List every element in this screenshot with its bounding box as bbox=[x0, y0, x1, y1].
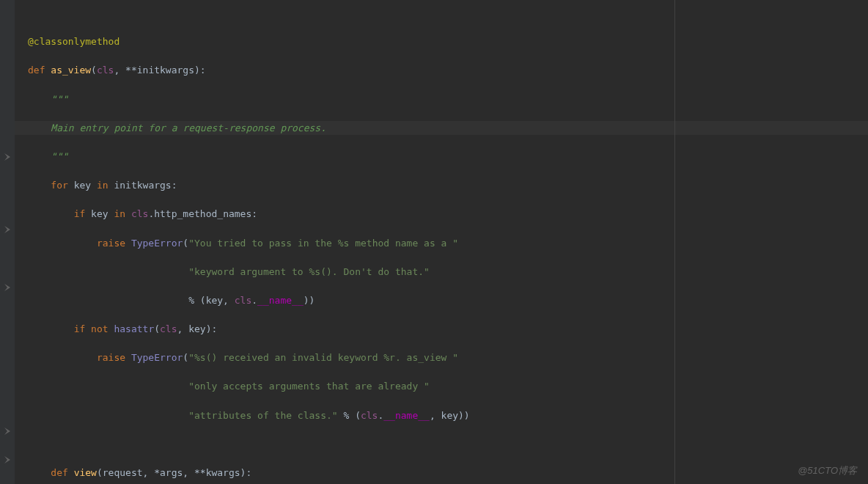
code-line: % (key, cls.__name__)) bbox=[15, 293, 868, 308]
code-area[interactable]: @classonlymethod def as_view(cls, **init… bbox=[15, 0, 868, 484]
code-line: raise TypeError("%s() received an invali… bbox=[15, 351, 868, 365]
watermark: @51CTO博客 bbox=[798, 463, 857, 478]
right-margin-guide bbox=[674, 0, 675, 484]
code-line-highlighted: Main entry point for a request-response … bbox=[15, 121, 868, 136]
code-line: for key in initkwargs: bbox=[15, 178, 868, 193]
fold-marker-icon[interactable] bbox=[4, 226, 10, 233]
code-line: """ bbox=[15, 150, 868, 164]
gutter bbox=[0, 0, 15, 484]
fold-marker-icon[interactable] bbox=[4, 456, 10, 463]
code-line: def view(request, *args, **kwargs): bbox=[15, 466, 868, 480]
code-line: """ bbox=[15, 92, 868, 107]
code-line: "attributes of the class." % (cls.__name… bbox=[15, 408, 868, 423]
code-line: raise TypeError("You tried to pass in th… bbox=[15, 236, 868, 251]
code-line: if not hasattr(cls, key): bbox=[15, 322, 868, 337]
editor-container: @classonlymethod def as_view(cls, **init… bbox=[0, 0, 868, 484]
code-line: "keyword argument to %s(). Don't do that… bbox=[15, 265, 868, 279]
code-line: def as_view(cls, **initkwargs): bbox=[15, 63, 868, 78]
code-line bbox=[15, 437, 868, 452]
code-line: @classonlymethod bbox=[15, 34, 868, 49]
code-line: "only accepts arguments that are already… bbox=[15, 379, 868, 394]
fold-marker-icon[interactable] bbox=[4, 428, 10, 435]
decorator: @classonlymethod bbox=[28, 36, 119, 47]
fold-marker-icon[interactable] bbox=[4, 284, 10, 291]
code-line: if key in cls.http_method_names: bbox=[15, 207, 868, 221]
fold-marker-icon[interactable] bbox=[4, 153, 10, 161]
